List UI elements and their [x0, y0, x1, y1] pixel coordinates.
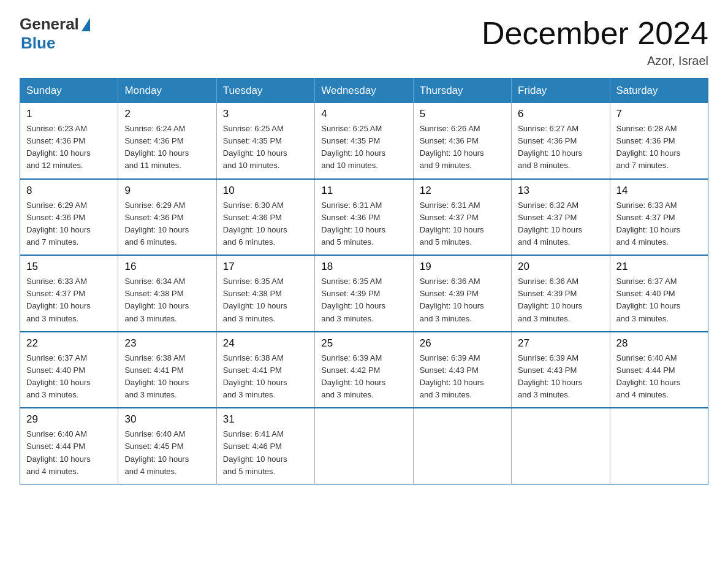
calendar-cell: 4 Sunrise: 6:25 AM Sunset: 4:35 PM Dayli…: [315, 103, 413, 179]
calendar-week-row: 1 Sunrise: 6:23 AM Sunset: 4:36 PM Dayli…: [20, 103, 708, 179]
day-info: Sunrise: 6:33 AM Sunset: 4:37 PM Dayligh…: [26, 275, 112, 325]
day-info: Sunrise: 6:32 AM Sunset: 4:37 PM Dayligh…: [518, 199, 603, 249]
month-title: December 2024: [482, 15, 708, 52]
calendar-cell: 23 Sunrise: 6:38 AM Sunset: 4:41 PM Dayl…: [118, 332, 216, 408]
day-info: Sunrise: 6:23 AM Sunset: 4:36 PM Dayligh…: [26, 123, 112, 172]
day-info: Sunrise: 6:35 AM Sunset: 4:38 PM Dayligh…: [223, 275, 308, 325]
column-header-monday: Monday: [118, 79, 216, 104]
day-info: Sunrise: 6:38 AM Sunset: 4:41 PM Dayligh…: [124, 352, 210, 402]
calendar-cell: 2 Sunrise: 6:24 AM Sunset: 4:36 PM Dayli…: [118, 103, 216, 179]
calendar-cell: 22 Sunrise: 6:37 AM Sunset: 4:40 PM Dayl…: [20, 332, 118, 408]
calendar-table: SundayMondayTuesdayWednesdayThursdayFrid…: [20, 78, 708, 484]
day-number: 26: [420, 337, 505, 350]
calendar-week-row: 22 Sunrise: 6:37 AM Sunset: 4:40 PM Dayl…: [20, 332, 708, 408]
day-info: Sunrise: 6:34 AM Sunset: 4:38 PM Dayligh…: [124, 275, 210, 325]
calendar-cell: 8 Sunrise: 6:29 AM Sunset: 4:36 PM Dayli…: [20, 179, 118, 256]
calendar-cell: 10 Sunrise: 6:30 AM Sunset: 4:36 PM Dayl…: [216, 179, 314, 256]
column-header-wednesday: Wednesday: [315, 79, 413, 104]
day-info: Sunrise: 6:28 AM Sunset: 4:36 PM Dayligh…: [616, 123, 702, 172]
day-number: 6: [518, 108, 603, 120]
calendar-cell: 9 Sunrise: 6:29 AM Sunset: 4:36 PM Dayli…: [118, 179, 216, 256]
day-info: Sunrise: 6:29 AM Sunset: 4:36 PM Dayligh…: [26, 199, 112, 249]
calendar-cell: 3 Sunrise: 6:25 AM Sunset: 4:35 PM Dayli…: [216, 103, 314, 179]
calendar-cell: 20 Sunrise: 6:36 AM Sunset: 4:39 PM Dayl…: [512, 255, 610, 332]
calendar-cell: 12 Sunrise: 6:31 AM Sunset: 4:37 PM Dayl…: [413, 179, 511, 256]
day-info: Sunrise: 6:36 AM Sunset: 4:39 PM Dayligh…: [420, 275, 505, 325]
day-number: 30: [124, 413, 210, 426]
day-number: 10: [223, 185, 308, 197]
day-number: 27: [518, 337, 603, 350]
day-number: 7: [616, 108, 702, 120]
day-info: Sunrise: 6:37 AM Sunset: 4:40 PM Dayligh…: [26, 352, 112, 402]
day-info: Sunrise: 6:40 AM Sunset: 4:44 PM Dayligh…: [26, 428, 112, 478]
calendar-cell: 1 Sunrise: 6:23 AM Sunset: 4:36 PM Dayli…: [20, 103, 118, 179]
calendar-week-row: 8 Sunrise: 6:29 AM Sunset: 4:36 PM Dayli…: [20, 179, 708, 256]
day-number: 22: [26, 337, 112, 350]
logo-triangle-icon: [82, 18, 90, 31]
title-area: December 2024 Azor, Israel: [482, 15, 708, 68]
day-info: Sunrise: 6:39 AM Sunset: 4:43 PM Dayligh…: [420, 352, 505, 402]
day-number: 20: [518, 261, 603, 273]
day-number: 8: [26, 185, 112, 197]
day-number: 31: [223, 413, 308, 426]
calendar-cell: 27 Sunrise: 6:39 AM Sunset: 4:43 PM Dayl…: [512, 332, 610, 408]
day-number: 28: [616, 337, 702, 350]
day-number: 3: [223, 108, 308, 120]
day-info: Sunrise: 6:25 AM Sunset: 4:35 PM Dayligh…: [321, 123, 406, 172]
day-info: Sunrise: 6:39 AM Sunset: 4:43 PM Dayligh…: [518, 352, 603, 402]
logo: General Blue: [20, 15, 90, 53]
calendar-cell: [315, 408, 413, 484]
day-info: Sunrise: 6:25 AM Sunset: 4:35 PM Dayligh…: [223, 123, 308, 172]
calendar-cell: 31 Sunrise: 6:41 AM Sunset: 4:46 PM Dayl…: [216, 408, 314, 484]
day-info: Sunrise: 6:39 AM Sunset: 4:42 PM Dayligh…: [321, 352, 406, 402]
day-number: 18: [321, 261, 406, 273]
day-info: Sunrise: 6:41 AM Sunset: 4:46 PM Dayligh…: [223, 428, 308, 478]
day-number: 15: [26, 261, 112, 273]
calendar-cell: 30 Sunrise: 6:40 AM Sunset: 4:45 PM Dayl…: [118, 408, 216, 484]
day-number: 29: [26, 413, 112, 426]
day-number: 5: [420, 108, 505, 120]
calendar-cell: 24 Sunrise: 6:38 AM Sunset: 4:41 PM Dayl…: [216, 332, 314, 408]
calendar-cell: 26 Sunrise: 6:39 AM Sunset: 4:43 PM Dayl…: [413, 332, 511, 408]
day-number: 11: [321, 185, 406, 197]
calendar-cell: 18 Sunrise: 6:35 AM Sunset: 4:39 PM Dayl…: [315, 255, 413, 332]
day-number: 13: [518, 185, 603, 197]
calendar-cell: 15 Sunrise: 6:33 AM Sunset: 4:37 PM Dayl…: [20, 255, 118, 332]
column-header-thursday: Thursday: [413, 79, 511, 104]
day-info: Sunrise: 6:26 AM Sunset: 4:36 PM Dayligh…: [420, 123, 505, 172]
calendar-cell: 17 Sunrise: 6:35 AM Sunset: 4:38 PM Dayl…: [216, 255, 314, 332]
day-number: 14: [616, 185, 702, 197]
calendar-cell: 5 Sunrise: 6:26 AM Sunset: 4:36 PM Dayli…: [413, 103, 511, 179]
column-header-tuesday: Tuesday: [216, 79, 314, 104]
calendar-cell: 6 Sunrise: 6:27 AM Sunset: 4:36 PM Dayli…: [512, 103, 610, 179]
day-number: 23: [124, 337, 210, 350]
calendar-cell: 29 Sunrise: 6:40 AM Sunset: 4:44 PM Dayl…: [20, 408, 118, 484]
calendar-cell: [610, 408, 708, 484]
day-info: Sunrise: 6:24 AM Sunset: 4:36 PM Dayligh…: [124, 123, 210, 172]
day-info: Sunrise: 6:30 AM Sunset: 4:36 PM Dayligh…: [223, 199, 308, 249]
day-number: 17: [223, 261, 308, 273]
day-number: 25: [321, 337, 406, 350]
day-number: 21: [616, 261, 702, 273]
day-info: Sunrise: 6:31 AM Sunset: 4:37 PM Dayligh…: [420, 199, 505, 249]
calendar-cell: 25 Sunrise: 6:39 AM Sunset: 4:42 PM Dayl…: [315, 332, 413, 408]
day-info: Sunrise: 6:35 AM Sunset: 4:39 PM Dayligh…: [321, 275, 406, 325]
location: Azor, Israel: [482, 54, 708, 68]
page-header: General Blue December 2024 Azor, Israel: [20, 15, 708, 68]
day-info: Sunrise: 6:40 AM Sunset: 4:45 PM Dayligh…: [124, 428, 210, 478]
day-info: Sunrise: 6:29 AM Sunset: 4:36 PM Dayligh…: [124, 199, 210, 249]
column-header-friday: Friday: [512, 79, 610, 104]
day-number: 4: [321, 108, 406, 120]
day-number: 12: [420, 185, 505, 197]
calendar-cell: 19 Sunrise: 6:36 AM Sunset: 4:39 PM Dayl…: [413, 255, 511, 332]
day-number: 2: [124, 108, 210, 120]
calendar-cell: 28 Sunrise: 6:40 AM Sunset: 4:44 PM Dayl…: [610, 332, 708, 408]
day-info: Sunrise: 6:36 AM Sunset: 4:39 PM Dayligh…: [518, 275, 603, 325]
day-number: 9: [124, 185, 210, 197]
calendar-cell: [413, 408, 511, 484]
calendar-cell: 11 Sunrise: 6:31 AM Sunset: 4:36 PM Dayl…: [315, 179, 413, 256]
day-info: Sunrise: 6:37 AM Sunset: 4:40 PM Dayligh…: [616, 275, 702, 325]
calendar-cell: 13 Sunrise: 6:32 AM Sunset: 4:37 PM Dayl…: [512, 179, 610, 256]
logo-text-general: General: [20, 15, 79, 34]
calendar-cell: 7 Sunrise: 6:28 AM Sunset: 4:36 PM Dayli…: [610, 103, 708, 179]
